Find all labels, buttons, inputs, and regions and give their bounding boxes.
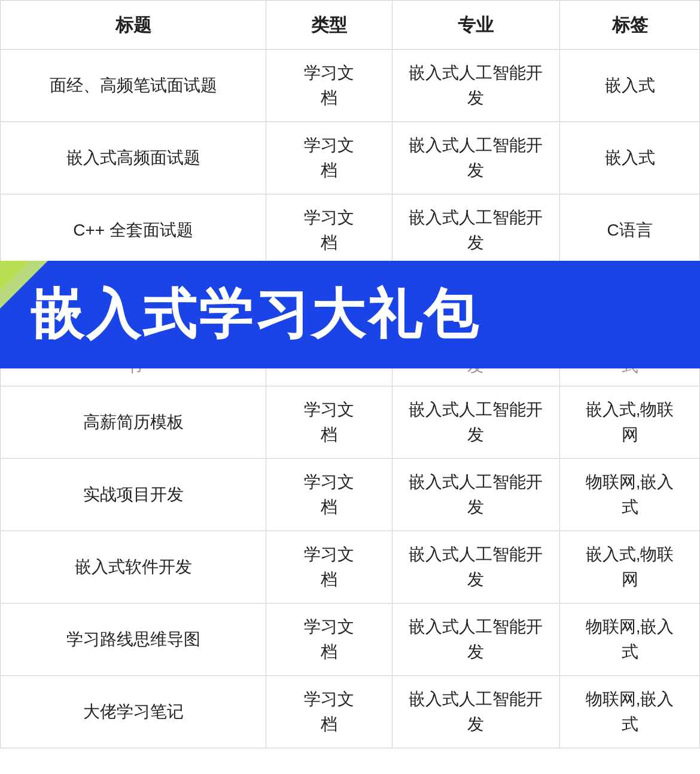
row-major: 嵌入式人工智能开发 (392, 50, 560, 122)
row-title: 嵌入式软件开发 (1, 531, 266, 604)
table-row: 嵌入式软件开发 学习文档 嵌入式人工智能开发 嵌入式,物联网 (1, 531, 700, 604)
row-type: 学习文档 (266, 122, 392, 194)
row-title: 高薪简历模板 (1, 386, 266, 459)
row-type: 学习文档 (266, 386, 392, 459)
row-tag: 嵌入式,物联网 (560, 386, 700, 459)
row-tag: 物联网,嵌入式 (560, 459, 700, 531)
banner-text: 嵌入式学习大礼包 (30, 285, 480, 344)
row-type: 学习文档 (266, 676, 392, 748)
row-tag: 嵌入式 (560, 50, 700, 122)
table-row: 面经、高频笔试面试题 学习文档 嵌入式人工智能开发 嵌入式 (1, 50, 700, 122)
row-major: 嵌入式人工智能开发 (392, 531, 560, 604)
banner-overlay: 嵌入式学习大礼包 (0, 261, 700, 368)
row-tag: 物联网,嵌入式 (560, 676, 700, 748)
row-type: 学习文档 (266, 604, 392, 676)
table-row: 嵌入式高频面试题 学习文档 嵌入式人工智能开发 嵌入式 (1, 122, 700, 194)
row-major: 嵌入式人工智能开发 (392, 459, 560, 531)
row-tag: C语言 (560, 194, 700, 267)
row-type: 学习文档 (266, 531, 392, 604)
row-title: 实战项目开发 (1, 459, 266, 531)
row-major: 嵌入式人工智能开发 (392, 122, 560, 194)
row-title: 面经、高频笔试面试题 (1, 50, 266, 122)
table-row: 高薪简历模板 学习文档 嵌入式人工智能开发 嵌入式,物联网 (1, 386, 700, 459)
row-type: 学习文档 (266, 50, 392, 122)
table-header-row: 标题 类型 专业 标签 (1, 1, 700, 50)
row-tag: 嵌入式,物联网 (560, 531, 700, 604)
row-title: 嵌入式高频面试题 (1, 122, 266, 194)
row-major: 嵌入式人工智能开发 (392, 386, 560, 459)
row-major: 嵌入式人工智能开发 (392, 604, 560, 676)
col-header-title: 标题 (1, 1, 266, 50)
table-row: 实战项目开发 学习文档 嵌入式人工智能开发 物联网,嵌入式 (1, 459, 700, 531)
col-header-major: 专业 (392, 1, 560, 50)
row-major: 嵌入式人工智能开发 (392, 676, 560, 748)
col-header-type: 类型 (266, 1, 392, 50)
row-tag: 嵌入式 (560, 122, 700, 194)
row-title: C++ 全套面试题 (1, 194, 266, 267)
row-title: 大佬学习笔记 (1, 676, 266, 748)
row-type: 学习文档 (266, 459, 392, 531)
table-row: 大佬学习笔记 学习文档 嵌入式人工智能开发 物联网,嵌入式 (1, 676, 700, 748)
col-header-tag: 标签 (560, 1, 700, 50)
row-title: 学习路线思维导图 (1, 604, 266, 676)
row-type: 学习文档 (266, 194, 392, 267)
table-row: 学习路线思维导图 学习文档 嵌入式人工智能开发 物联网,嵌入式 (1, 604, 700, 676)
table-container: 标题 类型 专业 标签 面经、高频笔试面试题 学习文档 嵌入式人工智能开发 嵌入… (0, 0, 700, 748)
main-table: 标题 类型 专业 标签 面经、高频笔试面试题 学习文档 嵌入式人工智能开发 嵌入… (0, 0, 700, 748)
row-major: 嵌入式人工智能开发 (392, 194, 560, 267)
row-tag: 物联网,嵌入式 (560, 604, 700, 676)
table-row: C++ 全套面试题 学习文档 嵌入式人工智能开发 C语言 (1, 194, 700, 267)
banner-corner-decoration (0, 261, 48, 309)
